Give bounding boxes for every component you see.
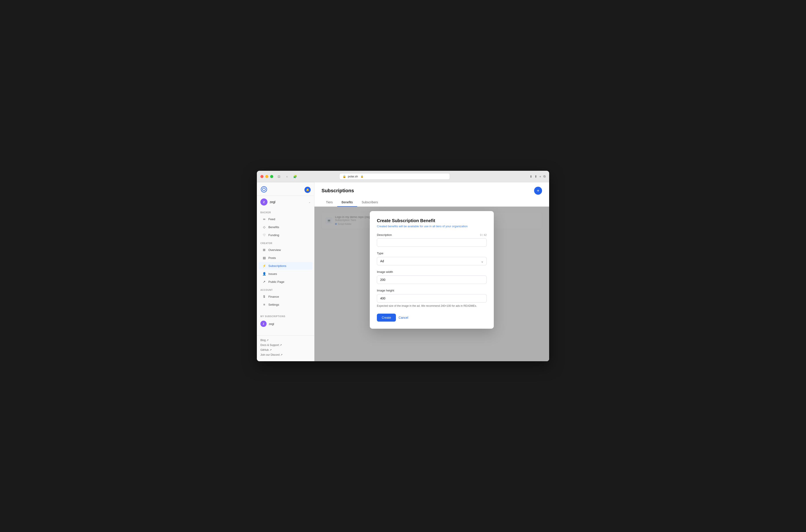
sidebar-item-feed[interactable]: ∞ Feed — [258, 215, 312, 223]
sidebar-item-label: Finance — [268, 295, 279, 298]
settings-icon: ≡ — [262, 303, 266, 306]
creator-section-label: CREATOR — [257, 239, 314, 246]
add-benefit-button[interactable]: + — [534, 187, 542, 195]
create-button[interactable]: Create — [377, 314, 396, 322]
browser-actions: ⬇ ⬆ + ⧉ — [530, 174, 545, 178]
docs-support-link[interactable]: Docs & Support ↗ — [261, 343, 311, 347]
sidebar-item-label: Issues — [268, 272, 277, 276]
sidebar-item-funding[interactable]: ♡ Funding — [258, 231, 312, 239]
blog-link[interactable]: Blog ↗ — [261, 338, 311, 342]
minimize-button[interactable] — [265, 175, 268, 178]
sidebar: 🔔 Z zegl ⌄ BACKER ∞ Feed ◇ Benefits ♡ Fu… — [257, 182, 314, 361]
sidebar-item-issues[interactable]: 👤 Issues — [258, 270, 312, 278]
subscription-avatar: Z — [261, 321, 267, 327]
page-title-row: Subscriptions + — [322, 187, 542, 198]
sidebar-top: 🔔 — [257, 182, 314, 196]
tab-benefits[interactable]: Benefits — [337, 198, 358, 207]
browser-nav: ⊡ ‹ 🧩 — [276, 173, 298, 179]
image-height-field: Image height Expected size of the image … — [377, 288, 487, 307]
maximize-button[interactable] — [270, 175, 273, 178]
sidebar-item-label: Subscriptions — [268, 264, 286, 268]
notification-bell[interactable]: 🔔 — [305, 187, 311, 193]
backer-section-label: BACKER — [257, 208, 314, 215]
image-height-label: Image height — [377, 289, 394, 292]
bell-icon: 🔔 — [306, 188, 309, 191]
benefits-backer-icon: ◇ — [262, 225, 266, 229]
traffic-lights — [261, 175, 273, 178]
modal-title: Create Subscription Benefit — [377, 218, 487, 223]
modal-subtitle: Created benefits will be available for u… — [377, 225, 487, 228]
page-body: 💻 Logo in my demo repo (zegl/polar-ads-d… — [314, 207, 549, 361]
svg-point-1 — [263, 188, 266, 191]
avatar: Z — [261, 198, 268, 206]
app-container: 🔔 Z zegl ⌄ BACKER ∞ Feed ◇ Benefits ♡ Fu… — [257, 182, 549, 361]
type-field: Type Ad Custom Discord GitHub Repository… — [377, 251, 487, 265]
address-bar[interactable]: 🔒 polar.sh 🔒 — [339, 173, 450, 179]
overview-icon: ⊞ — [262, 248, 266, 252]
github-link[interactable]: GitHub ↗ — [261, 348, 311, 352]
browser-window: ⊡ ‹ 🧩 🔒 polar.sh 🔒 ⬇ ⬆ + ⧉ — [257, 171, 549, 361]
share-icon[interactable]: ⬆ — [535, 175, 537, 178]
image-width-field: Image width — [377, 270, 487, 284]
subscriptions-icon: ⚡ — [262, 264, 266, 268]
sidebar-toggle-button[interactable]: ⊡ — [276, 173, 282, 179]
subscription-user-row[interactable]: Z zegl — [257, 319, 314, 329]
sidebar-item-benefits-backer[interactable]: ◇ Benefits — [258, 223, 312, 231]
logo — [261, 186, 268, 194]
feed-icon: ∞ — [262, 217, 266, 221]
public-page-icon: ↗ — [262, 280, 266, 284]
sidebar-item-label: Overview — [268, 248, 281, 252]
sidebar-item-public-page[interactable]: ↗ Public Page — [258, 278, 312, 285]
sidebar-item-finance[interactable]: $ Finance — [258, 293, 312, 300]
lock-icon: 🔒 — [343, 175, 346, 178]
new-tab-icon[interactable]: + — [539, 175, 541, 178]
page-title: Subscriptions — [322, 188, 354, 194]
close-button[interactable] — [261, 175, 264, 178]
chevron-down-icon: ⌄ — [308, 201, 311, 204]
image-width-input[interactable] — [377, 276, 487, 284]
description-label: Description — [377, 233, 392, 236]
funding-icon: ♡ — [262, 233, 266, 237]
security-icon: 🔒 — [361, 175, 364, 178]
sidebar-item-label: Feed — [268, 217, 275, 221]
sidebar-item-subscriptions[interactable]: ⚡ Subscriptions — [258, 262, 312, 269]
main-content: Subscriptions + Tiers Benefits Subscribe… — [314, 182, 549, 361]
description-field: Description 0 / 42 — [377, 233, 487, 247]
sidebar-item-posts[interactable]: ▤ Posts — [258, 254, 312, 262]
cancel-button[interactable]: Cancel — [399, 316, 408, 319]
description-label-row: Description 0 / 42 — [377, 233, 487, 236]
url-text: polar.sh — [348, 175, 358, 178]
sidebar-item-label: Benefits — [268, 226, 279, 229]
sidebar-item-label: Funding — [268, 233, 279, 237]
sidebar-item-label: Posts — [268, 256, 276, 260]
type-label: Type — [377, 252, 383, 255]
modal-actions: Create Cancel — [377, 314, 487, 322]
tabs-icon[interactable]: ⧉ — [543, 174, 545, 178]
sidebar-item-label: Public Page — [268, 280, 284, 284]
tab-tiers[interactable]: Tiers — [322, 198, 337, 207]
create-benefit-modal: Create Subscription Benefit Created bene… — [370, 211, 494, 329]
sidebar-item-settings[interactable]: ≡ Settings — [258, 301, 312, 308]
page-header: Subscriptions + Tiers Benefits Subscribe… — [314, 182, 549, 207]
sidebar-item-label: Settings — [268, 303, 279, 306]
finance-icon: $ — [262, 294, 266, 299]
download-icon[interactable]: ⬇ — [530, 175, 532, 178]
back-button[interactable]: ‹ — [284, 173, 290, 179]
image-width-label: Image width — [377, 270, 393, 273]
my-subscriptions-label: MY SUBSCRIPTIONS — [257, 312, 314, 319]
type-select[interactable]: Ad Custom Discord GitHub Repository News… — [377, 257, 487, 265]
type-select-wrapper: Ad Custom Discord GitHub Repository News… — [377, 257, 487, 265]
description-input[interactable] — [377, 238, 487, 247]
account-section-label: ACCOUNT — [257, 286, 314, 292]
tab-subscribers[interactable]: Subscribers — [357, 198, 382, 207]
subscription-user-name: zegl — [269, 322, 274, 326]
user-name: zegl — [270, 200, 306, 204]
extensions-button[interactable]: 🧩 — [292, 173, 298, 179]
image-height-input[interactable] — [377, 294, 487, 303]
svg-point-0 — [261, 187, 267, 192]
sidebar-bottom: Blog ↗ Docs & Support ↗ GitHub ↗ Join ou… — [257, 335, 314, 361]
user-selector[interactable]: Z zegl ⌄ — [257, 196, 314, 208]
description-count: 0 / 42 — [480, 233, 487, 236]
sidebar-item-overview[interactable]: ⊞ Overview — [258, 246, 312, 253]
discord-link[interactable]: Join our Discord ↗ — [261, 353, 311, 357]
